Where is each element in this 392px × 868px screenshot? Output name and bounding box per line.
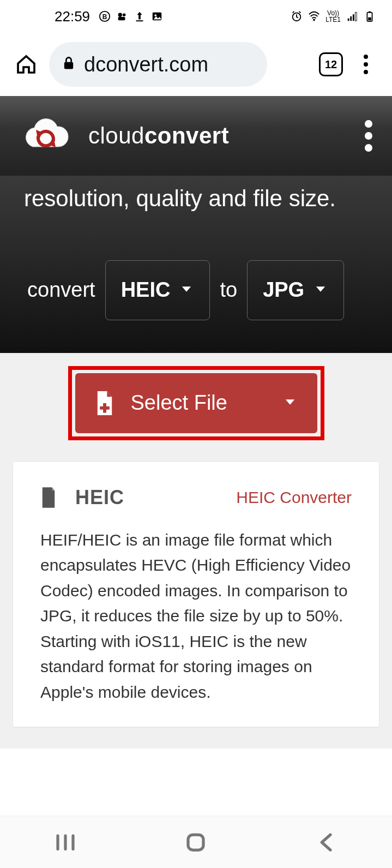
svg-rect-10 (350, 16, 352, 21)
select-file-highlight: Select File (68, 366, 324, 440)
svg-point-8 (313, 19, 315, 21)
convert-label: convert (27, 278, 95, 302)
svg-rect-4 (118, 17, 125, 20)
volte-indicator: Vo)) LTE1 (325, 10, 341, 22)
format-description: HEIF/HEIC is an image file format which … (40, 528, 352, 705)
svg-point-3 (123, 14, 126, 17)
svg-point-6 (154, 14, 156, 16)
chevron-down-icon (179, 278, 194, 302)
converter-link[interactable]: HEIC Converter (236, 488, 352, 507)
convert-row: convert HEIC to JPG (24, 260, 368, 320)
tab-count-button[interactable]: 12 (319, 52, 343, 76)
upload-icon (134, 10, 146, 22)
browser-toolbar: dconvert.com 12 (0, 33, 392, 96)
document-icon (40, 487, 57, 508)
recents-button[interactable] (49, 826, 82, 859)
from-format-dropdown[interactable]: HEIC (105, 260, 210, 320)
android-status-bar: 22:59 B Vo)) LTE1 (0, 0, 392, 33)
select-file-label: Select File (131, 391, 266, 415)
svg-rect-11 (353, 14, 354, 21)
svg-text:B: B (102, 13, 107, 21)
alarm-icon (291, 10, 303, 22)
svg-rect-16 (64, 62, 73, 69)
chevron-down-icon[interactable] (282, 391, 298, 415)
to-label: to (220, 278, 237, 302)
format-name: HEIC (75, 486, 124, 509)
chevron-down-icon (313, 278, 328, 302)
card-header: HEIC HEIC Converter (40, 486, 352, 509)
lock-icon (61, 56, 76, 73)
file-add-icon (95, 391, 114, 415)
battery-icon (364, 10, 376, 22)
select-file-button[interactable]: Select File (75, 373, 317, 433)
site-menu-button[interactable] (365, 120, 376, 152)
status-time: 22:59 (55, 8, 90, 25)
image-icon (151, 10, 163, 22)
svg-rect-14 (369, 11, 371, 13)
svg-point-2 (118, 13, 122, 17)
svg-rect-18 (100, 406, 110, 410)
hero-tagline: resolution, quality and file size. (24, 183, 368, 214)
teams-icon (116, 10, 128, 22)
content-area: Select File HEIC HEIC Converter HEIF/HEI… (0, 353, 392, 749)
back-button[interactable] (310, 826, 343, 859)
url-text: dconvert.com (84, 53, 208, 76)
svg-rect-15 (368, 17, 371, 21)
browser-menu-button[interactable] (354, 52, 378, 76)
home-button[interactable] (179, 826, 212, 859)
circle-b-icon: B (99, 10, 111, 22)
svg-rect-19 (188, 835, 203, 850)
to-format-dropdown[interactable]: JPG (247, 260, 344, 320)
browser-home-button[interactable] (14, 52, 38, 76)
status-left: 22:59 B (55, 8, 163, 25)
site-brand[interactable]: cloudconvert (88, 123, 229, 149)
signal-icon (346, 10, 358, 22)
svg-rect-12 (355, 13, 357, 21)
android-nav-bar (0, 816, 392, 868)
svg-rect-9 (348, 19, 349, 21)
url-bar[interactable]: dconvert.com (49, 42, 267, 87)
format-info-card: HEIC HEIC Converter HEIF/HEIC is an imag… (13, 462, 379, 727)
wifi-icon (308, 10, 320, 22)
cloudconvert-logo[interactable] (16, 117, 76, 155)
status-right: Vo)) LTE1 (291, 10, 376, 22)
site-header: cloudconvert (0, 96, 392, 176)
hero-section: resolution, quality and file size. conve… (0, 176, 392, 353)
